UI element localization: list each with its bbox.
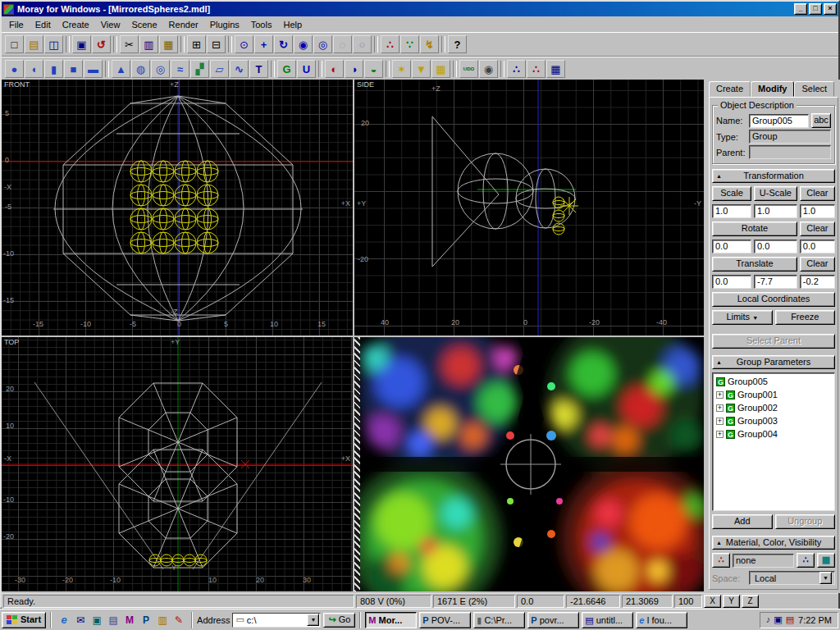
ungroup-button[interactable]: Ungroup: [775, 514, 836, 529]
material-visibility-button[interactable]: ▦: [817, 553, 835, 568]
top-viewport[interactable]: TOP+Y-X+X-Y2010-10-20-30-20-10102030: [2, 337, 353, 591]
minimize-button[interactable]: _: [794, 3, 807, 15]
translate-z-field[interactable]: -0.2: [800, 275, 835, 289]
go-button[interactable]: ↪ Go: [323, 613, 355, 628]
view-channels-icon[interactable]: ▤: [105, 613, 121, 628]
limits-button[interactable]: Limits ▼: [712, 310, 773, 325]
add-grid-icon[interactable]: ⊞: [187, 35, 206, 53]
intersection-icon[interactable]: ◑: [345, 60, 363, 78]
task-button[interactable]: P povr...: [527, 612, 579, 628]
plugin-manager-icon[interactable]: ∵: [400, 35, 419, 53]
tree-item[interactable]: + G Group001: [714, 388, 833, 401]
snap-grid-icon[interactable]: ◎: [313, 35, 332, 53]
tab-modify[interactable]: Modify: [751, 81, 794, 97]
expander-icon[interactable]: +: [716, 431, 724, 438]
snap-vertex-icon[interactable]: ◌: [333, 35, 352, 53]
sphere-icon[interactable]: ●: [5, 60, 24, 78]
space-combobox[interactable]: Local ▼: [749, 571, 835, 585]
render-window-icon[interactable]: ▣: [72, 35, 91, 53]
scale-z-field[interactable]: 1.0: [800, 204, 835, 218]
axis-z-button[interactable]: Z: [742, 595, 759, 608]
task-button[interactable]: M Mor...: [365, 612, 417, 628]
side-viewport[interactable]: SIDE+Z+Y-Y20-2040200-20-40: [354, 80, 704, 336]
restore-button[interactable]: □: [809, 3, 822, 15]
menu-scene[interactable]: Scene: [126, 18, 162, 31]
copy-icon[interactable]: ▥: [139, 35, 158, 53]
close-button[interactable]: ×: [824, 3, 837, 15]
disc-icon[interactable]: ◍: [131, 60, 150, 78]
blob-icon[interactable]: ≈: [171, 60, 189, 78]
merge-icon[interactable]: ◒: [364, 60, 383, 78]
launch-paint-icon[interactable]: ✎: [171, 613, 187, 628]
launch-outlook-express-icon[interactable]: ✉: [72, 613, 89, 628]
scale-x-field[interactable]: 1.0: [712, 204, 751, 218]
address-arrow-icon[interactable]: ▼: [307, 614, 319, 626]
front-viewport[interactable]: FRONT+Z-X+X-Z50-5-10-15-15-10-5051015: [2, 80, 353, 336]
rotate-z-field[interactable]: 0.0: [800, 240, 835, 253]
tree-item[interactable]: + G Group004: [714, 427, 833, 441]
superellipsoid-icon[interactable]: ▬: [84, 60, 103, 78]
render-scene-icon[interactable]: ↯: [420, 35, 439, 53]
launch-internet-explorer-icon[interactable]: e: [56, 613, 72, 628]
expander-icon[interactable]: +: [716, 418, 724, 425]
show-desktop-icon[interactable]: ▣: [89, 613, 105, 628]
remove-grid-icon[interactable]: ⊟: [207, 35, 226, 53]
new-file-icon[interactable]: □: [5, 35, 24, 53]
name-field[interactable]: Group005: [749, 114, 809, 128]
cut-icon[interactable]: ✂: [120, 35, 139, 53]
task-button[interactable]: ▤ untitl...: [582, 612, 633, 628]
cone-icon[interactable]: ▲: [112, 60, 130, 78]
uscale-button[interactable]: U-Scale: [754, 186, 797, 201]
rotate-mode-icon[interactable]: ↻: [274, 35, 293, 53]
menu-view[interactable]: View: [95, 18, 126, 31]
task-button[interactable]: ▮ C:\Pr...: [473, 612, 525, 628]
heightfield-icon[interactable]: ▞: [190, 60, 209, 78]
select-parent-button[interactable]: Select Parent: [712, 334, 835, 349]
tree-item[interactable]: G Group005: [714, 375, 833, 388]
transformation-header[interactable]: ▲ Transformation: [712, 169, 835, 183]
abc-button[interactable]: abc: [811, 113, 831, 128]
task-button[interactable]: e I fou...: [636, 612, 687, 628]
select-mode-icon[interactable]: ⊙: [235, 35, 253, 53]
scale-button[interactable]: Scale: [712, 186, 751, 201]
text-icon[interactable]: T: [249, 60, 268, 78]
menu-edit[interactable]: Edit: [30, 18, 57, 31]
translate-button[interactable]: Translate: [712, 257, 797, 272]
menu-create[interactable]: Create: [57, 18, 95, 31]
launch-moray-icon[interactable]: M: [121, 613, 138, 628]
texture-icon[interactable]: ∴: [527, 60, 546, 78]
address-combobox[interactable]: ▭ c:\ ▼: [232, 613, 321, 628]
clear-scale-button[interactable]: Clear: [800, 186, 835, 201]
task-button[interactable]: P POV-...: [419, 612, 471, 628]
menu-render[interactable]: Render: [163, 18, 204, 31]
rotate-y-field[interactable]: 0.0: [754, 240, 797, 253]
menu-plugins[interactable]: Plugins: [204, 18, 245, 31]
clear-translate-button[interactable]: Clear: [800, 257, 835, 272]
axis-y-button[interactable]: Y: [723, 595, 740, 608]
freeze-button[interactable]: Freeze: [775, 310, 836, 325]
expander-icon[interactable]: +: [716, 404, 724, 412]
material-browser-icon[interactable]: ∴: [507, 60, 526, 78]
menu-file[interactable]: File: [3, 18, 30, 31]
material-editor-button[interactable]: ∴: [712, 553, 730, 568]
menu-help[interactable]: Help: [277, 18, 308, 31]
plane-icon[interactable]: ▱: [210, 60, 229, 78]
torus-icon[interactable]: ◎: [151, 60, 170, 78]
spot-light-icon[interactable]: ▼: [412, 60, 431, 78]
rotate-button[interactable]: Rotate: [712, 221, 797, 236]
rotate-x-field[interactable]: 0.0: [712, 240, 751, 253]
address-value[interactable]: c:\: [247, 615, 305, 625]
save-icon[interactable]: ◫: [44, 35, 63, 53]
difference-icon[interactable]: ◐: [325, 60, 344, 78]
axis-x-button[interactable]: X: [704, 595, 721, 608]
translate-y-field[interactable]: -7.7: [754, 275, 797, 289]
start-button[interactable]: Start: [2, 612, 46, 628]
camera-icon[interactable]: ◉: [479, 60, 498, 78]
bezier-patch-icon[interactable]: ∿: [230, 60, 249, 78]
box-icon[interactable]: ■: [64, 60, 83, 78]
display-icon[interactable]: ▣: [774, 614, 782, 625]
tree-item[interactable]: + G Group002: [714, 401, 833, 414]
launch-povray-icon[interactable]: P: [138, 613, 154, 628]
camera-viewport[interactable]: [354, 337, 704, 591]
help-icon[interactable]: ?: [448, 35, 467, 53]
